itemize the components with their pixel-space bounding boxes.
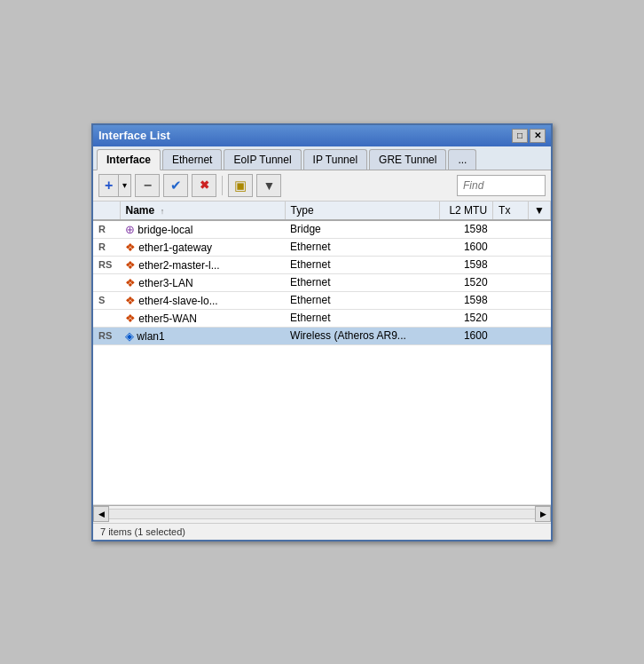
row-flag: R xyxy=(93,238,120,256)
table-row[interactable]: ❖ ether3-LAN Ethernet 1520 xyxy=(93,273,551,291)
row-flag: R xyxy=(93,220,120,239)
table-row-selected[interactable]: RS ◈ wlan1 Wireless (Atheros AR9... 1600 xyxy=(93,327,551,344)
table-header: Name ↑ Type L2 MTU Tx ▼ xyxy=(93,202,551,220)
row-extra xyxy=(529,309,551,327)
close-button[interactable]: ✕ xyxy=(530,129,546,143)
scroll-left-button[interactable]: ◀ xyxy=(93,506,109,522)
ether-icon: ❖ xyxy=(125,276,136,289)
title-bar: Interface List □ ✕ xyxy=(93,125,551,146)
col-header-type[interactable]: Type xyxy=(285,202,440,220)
tab-more[interactable]: ... xyxy=(448,149,476,170)
row-name: ❖ ether3-LAN xyxy=(120,273,285,291)
toolbar: + ▾ − ✔ ✖ ▣ ▼ xyxy=(93,170,551,202)
interface-table: Name ↑ Type L2 MTU Tx ▼ R ⊕ bridge-local… xyxy=(93,202,551,505)
row-flag xyxy=(93,273,120,291)
row-flag xyxy=(93,309,120,327)
row-extra xyxy=(529,256,551,273)
ether-icon: ❖ xyxy=(125,312,136,325)
wlan-icon: ◈ xyxy=(125,329,134,343)
tab-gre-tunnel[interactable]: GRE Tunnel xyxy=(369,149,446,170)
row-type: Ethernet xyxy=(285,273,440,291)
row-type: Ethernet xyxy=(285,291,440,309)
status-text: 7 items (1 selected) xyxy=(100,526,185,537)
ether-icon: ❖ xyxy=(125,258,136,272)
row-tx xyxy=(493,309,529,327)
add-dropdown-arrow[interactable]: ▾ xyxy=(119,175,130,196)
col-header-name[interactable]: Name ↑ xyxy=(120,202,285,220)
row-flag: RS xyxy=(93,256,120,273)
row-name: ❖ ether2-master-l... xyxy=(120,256,285,273)
row-mtu: 1598 xyxy=(440,220,493,239)
add-icon: + xyxy=(99,175,119,196)
find-input[interactable] xyxy=(457,175,546,196)
title-bar-buttons: □ ✕ xyxy=(512,129,546,143)
horizontal-scrollbar[interactable]: ◀ ▶ xyxy=(93,505,551,523)
table-row[interactable]: S ❖ ether4-slave-lo... Ethernet 1598 xyxy=(93,291,551,309)
row-mtu: 1520 xyxy=(440,309,493,327)
tab-bar: Interface Ethernet EoIP Tunnel IP Tunnel… xyxy=(93,146,551,170)
tab-ip-tunnel[interactable]: IP Tunnel xyxy=(303,149,367,170)
row-type: Wireless (Atheros AR9... xyxy=(285,327,440,344)
row-type: Bridge xyxy=(285,220,440,239)
row-tx xyxy=(493,273,529,291)
row-tx xyxy=(493,327,529,344)
filter-button[interactable]: ▼ xyxy=(256,174,281,197)
tab-interface[interactable]: Interface xyxy=(97,149,161,170)
remove-button[interactable]: − xyxy=(135,174,160,197)
row-mtu: 1600 xyxy=(440,238,493,256)
row-tx xyxy=(493,238,529,256)
toolbar-divider xyxy=(222,176,223,195)
row-extra xyxy=(529,273,551,291)
bridge-icon: ⊕ xyxy=(125,223,135,236)
comment-button[interactable]: ▣ xyxy=(228,174,253,197)
table-row[interactable]: R ⊕ bridge-local Bridge 1598 xyxy=(93,220,551,239)
row-tx xyxy=(493,291,529,309)
row-mtu: 1598 xyxy=(440,291,493,309)
row-extra xyxy=(529,291,551,309)
col-header-tx[interactable]: Tx xyxy=(493,202,529,220)
minimize-button[interactable]: □ xyxy=(512,129,528,143)
col-header-flag xyxy=(93,202,120,220)
disable-button[interactable]: ✖ xyxy=(192,174,216,197)
scroll-right-button[interactable]: ▶ xyxy=(535,506,551,522)
add-button[interactable]: + ▾ xyxy=(98,174,131,197)
row-extra xyxy=(529,238,551,256)
row-mtu: 1600 xyxy=(440,327,493,344)
row-mtu: 1520 xyxy=(440,273,493,291)
row-type: Ethernet xyxy=(285,309,440,327)
row-tx xyxy=(493,220,529,239)
row-name: ❖ ether5-WAN xyxy=(120,309,285,327)
row-extra xyxy=(529,220,551,239)
empty-space xyxy=(93,344,551,504)
tab-eoip-tunnel[interactable]: EoIP Tunnel xyxy=(224,149,301,170)
row-name: ❖ ether1-gateway xyxy=(120,238,285,256)
col-header-arrow[interactable]: ▼ xyxy=(529,202,551,220)
row-extra xyxy=(529,327,551,344)
row-name: ⊕ bridge-local xyxy=(120,220,285,239)
row-type: Ethernet xyxy=(285,238,440,256)
interface-list-window: Interface List □ ✕ Interface Ethernet Eo… xyxy=(91,123,553,541)
row-flag: RS xyxy=(93,327,120,344)
table-row[interactable]: ❖ ether5-WAN Ethernet 1520 xyxy=(93,309,551,327)
col-header-mtu[interactable]: L2 MTU xyxy=(440,202,493,220)
window-title: Interface List xyxy=(98,129,170,142)
row-name: ❖ ether4-slave-lo... xyxy=(120,291,285,309)
row-flag: S xyxy=(93,291,120,309)
row-type: Ethernet xyxy=(285,256,440,273)
table-row[interactable]: RS ❖ ether2-master-l... Ethernet 1598 xyxy=(93,256,551,273)
scroll-track[interactable] xyxy=(109,509,535,519)
sort-icon: ↑ xyxy=(161,207,165,216)
ether-icon: ❖ xyxy=(125,241,136,254)
row-mtu: 1598 xyxy=(440,256,493,273)
ether-icon: ❖ xyxy=(125,294,136,307)
enable-button[interactable]: ✔ xyxy=(163,174,188,197)
table-row[interactable]: R ❖ ether1-gateway Ethernet 1600 xyxy=(93,238,551,256)
row-name: ◈ wlan1 xyxy=(120,327,285,344)
row-tx xyxy=(493,256,529,273)
tab-ethernet[interactable]: Ethernet xyxy=(162,149,222,170)
status-bar: 7 items (1 selected) xyxy=(93,523,551,540)
